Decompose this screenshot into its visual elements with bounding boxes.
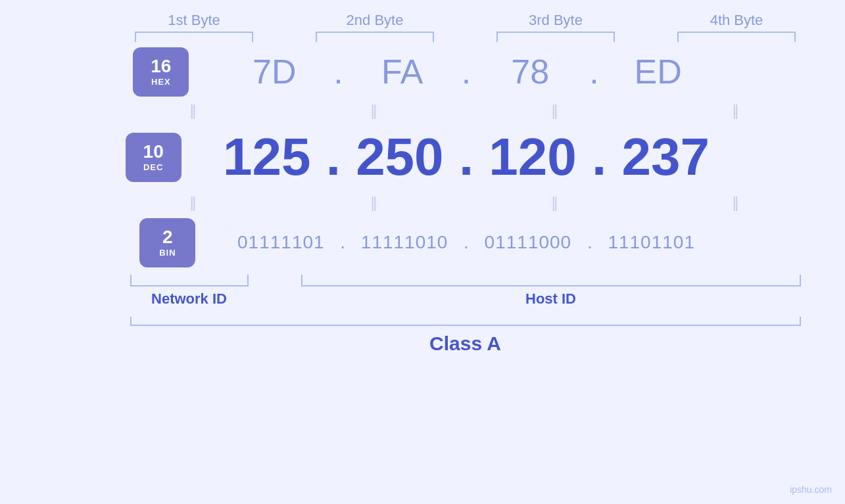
byte1-header: 1st Byte: [122, 12, 266, 29]
dec-b3: 120: [473, 127, 592, 187]
hex-b1: 7D: [215, 52, 333, 91]
hex-dot-3: .: [589, 52, 598, 91]
bracket-top-3: [496, 32, 615, 42]
bin-badge-label: BIN: [159, 248, 176, 258]
hex-badge-num: 16: [151, 57, 171, 77]
hex-b4: ED: [599, 52, 717, 91]
pipe8: ‖: [677, 195, 796, 212]
top-brackets: [104, 32, 827, 42]
bottom-brackets-section: [130, 275, 801, 286]
dec-b1: 125: [208, 127, 326, 187]
bracket-top-2: [316, 32, 434, 42]
bin-b3: 01111000: [469, 232, 587, 253]
byte-headers: 1st Byte 2nd Byte 3rd Byte 4th Byte: [104, 12, 827, 29]
full-bracket-bottom: [130, 317, 801, 326]
host-id-label: Host ID: [301, 290, 801, 308]
bracket-bottom-host: [301, 275, 801, 286]
dec-row: 10 DEC 125 . 250 . 120 . 237: [94, 121, 752, 193]
hex-dot-2: .: [462, 52, 471, 91]
bin-dot-2: .: [464, 232, 469, 253]
bracket-top-4: [677, 32, 796, 42]
dec-dot-3: .: [592, 127, 606, 187]
bin-values: 01111101 . 11111010 . 01111000 . 1110110…: [195, 232, 736, 253]
hex-badge: 16 HEX: [133, 47, 189, 97]
hex-row: 16 HEX 7D . FA . 78 . ED: [101, 42, 743, 101]
pipe4: ‖: [677, 103, 796, 120]
pipe1: ‖: [135, 103, 253, 120]
pipe6: ‖: [316, 195, 434, 212]
dec-dot-2: .: [459, 127, 473, 187]
byte2-header: 2nd Byte: [302, 12, 447, 29]
bin-b1: 01111101: [222, 232, 340, 253]
byte4-header: 4th Byte: [664, 12, 809, 29]
dec-b4: 237: [606, 127, 725, 187]
connectors-2: ‖ ‖ ‖ ‖: [104, 193, 827, 213]
hex-values: 7D . FA . 78 . ED: [189, 52, 743, 91]
dec-badge-num: 10: [143, 142, 164, 162]
dec-badge: 10 DEC: [126, 133, 181, 182]
byte3-header: 3rd Byte: [483, 12, 628, 29]
pipe2: ‖: [316, 103, 434, 120]
bin-b4: 11101101: [592, 232, 711, 253]
hex-b3: 78: [471, 52, 589, 91]
hex-dot-1: .: [333, 52, 343, 91]
dec-values: 125 . 250 . 120 . 237: [181, 127, 752, 187]
pipe3: ‖: [496, 103, 615, 120]
dec-b2: 250: [341, 127, 459, 187]
hex-b2: FA: [343, 52, 462, 91]
main-container: 1st Byte 2nd Byte 3rd Byte 4th Byte 16 H…: [0, 0, 845, 504]
pipe7: ‖: [496, 195, 615, 212]
connectors-1: ‖ ‖ ‖ ‖: [104, 101, 827, 121]
bracket-top-1: [135, 32, 253, 42]
pipe5: ‖: [135, 195, 253, 212]
id-labels-row: Network ID Host ID: [130, 290, 801, 308]
bracket-bottom-network: [130, 275, 249, 286]
bin-dot-3: .: [587, 232, 592, 253]
bin-row: 2 BIN 01111101 . 11111010 . 01111000 . 1…: [108, 213, 736, 272]
bin-badge-num: 2: [162, 227, 173, 248]
bin-dot-1: .: [340, 232, 345, 253]
network-id-label: Network ID: [130, 290, 249, 308]
dec-badge-label: DEC: [143, 162, 163, 172]
dec-dot-1: .: [326, 127, 341, 187]
hex-badge-label: HEX: [151, 77, 171, 87]
bin-badge: 2 BIN: [139, 218, 195, 267]
bin-b2: 11111010: [345, 232, 464, 253]
watermark: ipshu.com: [790, 484, 832, 495]
class-label: Class A: [130, 332, 801, 355]
